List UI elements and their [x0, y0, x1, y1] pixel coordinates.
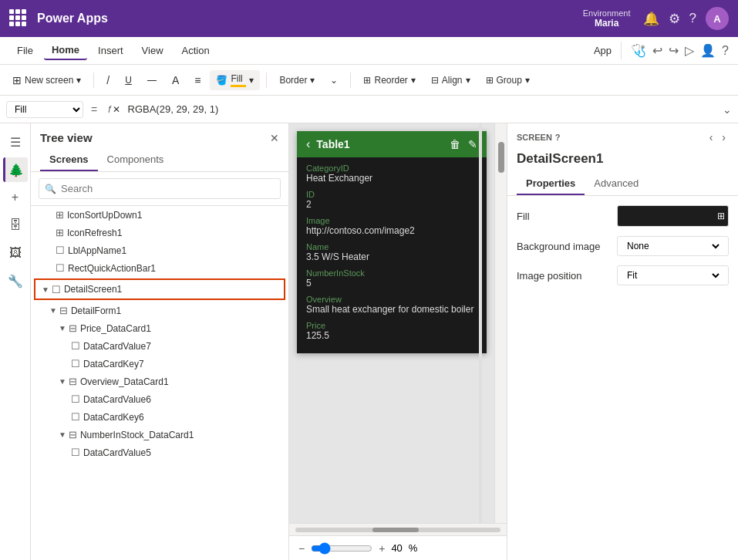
align-btn[interactable]: ≡: [188, 71, 207, 89]
expand-btn[interactable]: ⌄: [324, 72, 344, 89]
zoom-out-button[interactable]: −: [298, 542, 305, 555]
tree-item-datacardvalue5[interactable]: ☐ DataCardValue5: [31, 444, 288, 461]
tree-item-rectquickactionbar1[interactable]: ☐ RectQuickActionBar1: [31, 259, 288, 277]
screen-section-label: SCREEN ?: [517, 133, 561, 142]
item-label-detailform1: DetailForm1: [71, 305, 282, 316]
tree-item-detailform1[interactable]: ▼ ⊟ DetailForm1: [31, 302, 288, 319]
field-value-id: 2: [306, 199, 477, 210]
h-scrollbar-thumb[interactable]: [372, 528, 419, 532]
background-image-control: None: [617, 236, 729, 256]
tab-screens[interactable]: Screens: [40, 149, 98, 171]
tree-close-button[interactable]: ✕: [270, 132, 279, 144]
new-screen-chevron: ▾: [76, 75, 81, 86]
settings-icon[interactable]: ⚙: [669, 11, 680, 27]
item-icon-numberinstock-datacard1: ⊟: [69, 429, 77, 440]
image-position-dropdown[interactable]: Fit: [624, 269, 722, 282]
sidebar-nav-icon[interactable]: ☰: [3, 130, 28, 154]
help-icon[interactable]: ?: [689, 11, 696, 26]
image-position-select[interactable]: Fit: [617, 265, 729, 285]
tree-item-price-datacard1[interactable]: ▼ ⊟ Price_DataCard1: [31, 319, 288, 337]
back-button[interactable]: ‹: [306, 137, 310, 151]
tree-item-datacardvalue7[interactable]: ☐ DataCardValue7: [31, 337, 288, 355]
format-slash-btn[interactable]: /: [100, 71, 116, 89]
sidebar-add-icon[interactable]: +: [3, 185, 28, 210]
formula-input[interactable]: [128, 103, 718, 115]
new-screen-icon: ⊞: [12, 74, 22, 86]
reorder-icon: ⊞: [363, 75, 371, 86]
tree-item-numberinstock-datacard1[interactable]: ▼ ⊟ NumberInStock_DataCard1: [31, 426, 288, 444]
canvas-vertical-scrollbar[interactable]: [494, 123, 507, 523]
zoom-slider[interactable]: [311, 542, 372, 555]
image-position-label: Image position: [517, 270, 617, 282]
sidebar-data-icon[interactable]: 🗄: [3, 213, 28, 238]
menu-action[interactable]: Action: [174, 42, 217, 59]
tree-item-overview-datacard1[interactable]: ▼ ⊟ Overview_DataCard1: [31, 373, 288, 390]
tree-item-datacardkey7[interactable]: ☐ DataCardKey7: [31, 355, 288, 373]
background-image-select[interactable]: None: [617, 236, 729, 256]
props-next-button[interactable]: ›: [719, 130, 729, 145]
zoom-in-button[interactable]: +: [379, 542, 385, 555]
avatar[interactable]: A: [706, 7, 729, 30]
share-icon[interactable]: 👤: [700, 43, 716, 58]
item-icon-iconsortupdown1: ⊞: [56, 209, 64, 221]
tree-item-datacardkey6[interactable]: ☐ DataCardKey6: [31, 408, 288, 426]
phone-edit-icon[interactable]: ✎: [468, 138, 477, 150]
props-panel-header: SCREEN ? ‹ ›: [507, 123, 738, 148]
font-size-btn[interactable]: A: [166, 71, 185, 89]
fill-color-swatch[interactable]: ⊞: [617, 205, 729, 227]
sidebar-tree-icon[interactable]: 🌲: [3, 157, 28, 182]
fill-icon: 🪣: [216, 75, 227, 86]
canvas-bottom-bar: − + 40 %: [289, 535, 507, 560]
sidebar-tools-icon[interactable]: 🔧: [3, 268, 28, 293]
v-scrollbar-thumb[interactable]: [498, 142, 504, 173]
undo-icon[interactable]: ↩: [652, 43, 662, 58]
sidebar-media-icon[interactable]: 🖼: [3, 241, 28, 265]
fill-swatch-icon: ⊞: [717, 211, 725, 221]
menu-home[interactable]: Home: [44, 41, 87, 60]
menu-file[interactable]: File: [9, 42, 41, 59]
props-prev-button[interactable]: ‹: [706, 130, 716, 145]
menu-view[interactable]: View: [134, 42, 171, 59]
canvas-scroll[interactable]: ‹ Table1 🗑 ✎ CategoryID Heat Exchanger: [289, 123, 494, 523]
tab-components[interactable]: Components: [98, 149, 174, 171]
stethoscope-icon[interactable]: 🩺: [631, 43, 646, 58]
image-position-control: Fit: [617, 265, 729, 285]
tree-item-datacardvalue6[interactable]: ☐ DataCardValue6: [31, 390, 288, 408]
group-button[interactable]: ⊞ Group ▾: [480, 72, 536, 89]
menu-insert[interactable]: Insert: [90, 42, 131, 59]
environment-label: Environment: [583, 8, 631, 18]
field-categoryid: CategoryID Heat Exchanger: [306, 164, 477, 184]
reorder-button[interactable]: ⊞ Reorder ▾: [357, 72, 421, 89]
toolbar: ⊞ New screen ▾ / U — A ≡ 🪣 Fill ▾ Border…: [0, 65, 738, 96]
tree-item-detailscreen1[interactable]: ▼ ☐ DetailScreen1 ···: [34, 278, 285, 300]
align-icon: ⊟: [431, 75, 439, 86]
field-label-price: Price: [306, 321, 477, 330]
redo-icon[interactable]: ↪: [669, 43, 679, 58]
formula-expand-icon[interactable]: ⌄: [723, 103, 732, 116]
fx-button[interactable]: f ✕: [105, 103, 123, 116]
tab-properties[interactable]: Properties: [517, 173, 585, 195]
notification-icon[interactable]: 🔔: [643, 11, 659, 27]
new-screen-button[interactable]: ⊞ New screen ▾: [6, 71, 87, 89]
background-image-dropdown[interactable]: None: [624, 240, 722, 252]
field-value-overview: Small heat exchanger for domestic boiler: [306, 304, 477, 315]
screen-help-icon[interactable]: ?: [555, 133, 561, 142]
tree-item-iconsortupdown1[interactable]: ⊞ IconSortUpDown1: [31, 206, 288, 224]
strikethrough-btn[interactable]: —: [141, 72, 163, 89]
border-button[interactable]: Border ▾: [273, 72, 321, 89]
formula-bar: Fill = f ✕ ⌄: [0, 96, 738, 123]
search-input[interactable]: [39, 178, 281, 199]
underline-btn[interactable]: U: [119, 72, 138, 89]
property-selector[interactable]: Fill: [6, 101, 83, 118]
align-button[interactable]: ⊟ Align ▾: [425, 72, 477, 89]
tree-item-iconrefresh1[interactable]: ⊞ IconRefresh1: [31, 224, 288, 241]
tab-advanced[interactable]: Advanced: [585, 173, 648, 195]
field-value-name: 3.5 W/S Heater: [306, 251, 477, 262]
tree-item-lblappname1[interactable]: ☐ LblAppName1: [31, 241, 288, 259]
fill-button[interactable]: 🪣 Fill ▾: [210, 70, 260, 90]
phone-trash-icon[interactable]: 🗑: [450, 138, 460, 150]
menu-help-icon[interactable]: ?: [722, 44, 729, 58]
waffle-icon[interactable]: [9, 9, 28, 28]
run-icon[interactable]: ▷: [685, 43, 694, 58]
canvas-horizontal-scrollbar[interactable]: [289, 523, 507, 535]
